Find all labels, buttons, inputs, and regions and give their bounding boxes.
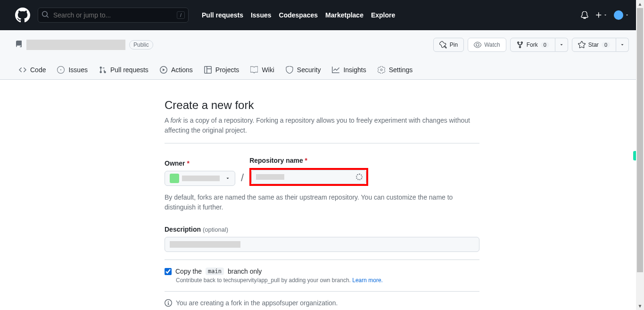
star-label: Star	[588, 42, 599, 48]
tab-projects[interactable]: Projects	[200, 61, 243, 79]
divider	[165, 291, 479, 292]
star-count: 0	[602, 42, 610, 48]
chevron-down-icon	[620, 42, 625, 47]
copy-helper: Contribute back to techsupervity/app_pul…	[176, 277, 479, 284]
search-input[interactable]	[38, 8, 189, 23]
scrollbar-thumb[interactable]	[637, 8, 643, 272]
tab-security[interactable]: Security	[282, 61, 325, 79]
nav-codespaces[interactable]: Codespaces	[279, 11, 318, 19]
eye-icon	[474, 41, 481, 49]
scrollbar-up-button[interactable]: ▲	[636, 0, 644, 8]
public-badge: Public	[129, 40, 153, 50]
nav-issues[interactable]: Issues	[251, 11, 272, 19]
projects-icon	[204, 66, 212, 74]
tab-insights-label: Insights	[343, 66, 366, 74]
owner-select[interactable]	[165, 171, 235, 186]
slash-hint-icon: /	[177, 11, 185, 19]
chevron-down-icon	[559, 42, 564, 47]
scrollbar-down-button[interactable]: ▼	[636, 302, 644, 310]
fork-label: Fork	[527, 42, 538, 48]
repo-name-input-wrap	[251, 170, 366, 184]
nav-marketplace[interactable]: Marketplace	[325, 11, 363, 19]
desc-suffix: is a copy of a repository. Forking a rep…	[165, 117, 470, 134]
required-asterisk: *	[305, 157, 307, 164]
create-new-button[interactable]	[595, 11, 607, 19]
tab-settings-label: Settings	[389, 66, 413, 74]
owner-avatar	[170, 174, 179, 183]
scrollbar-track[interactable]: ▲ ▼	[636, 0, 644, 310]
pin-icon	[439, 41, 447, 49]
pin-label: Pin	[450, 42, 458, 48]
copy-suffix: branch only	[228, 268, 262, 275]
nav-pull-requests[interactable]: Pull requests	[202, 11, 243, 19]
desc-prefix: A	[165, 117, 170, 124]
copy-helper-text: Contribute back to techsupervity/app_pul…	[176, 277, 352, 284]
description-input[interactable]	[165, 237, 479, 252]
reponame-label: Repository name *	[249, 157, 368, 164]
copy-branch-checkbox[interactable]	[165, 268, 172, 275]
notifications-icon[interactable]	[581, 11, 588, 19]
tab-pull-requests[interactable]: Pull requests	[95, 61, 152, 79]
tab-pr-label: Pull requests	[110, 66, 149, 74]
code-icon	[19, 66, 26, 74]
repo-tabs: Code Issues Pull requests Actions Projec…	[15, 61, 629, 79]
tab-wiki-label: Wiki	[262, 66, 274, 74]
info-icon	[165, 299, 172, 307]
slash-separator: /	[239, 172, 246, 186]
pin-button[interactable]: Pin	[433, 38, 464, 52]
tab-settings[interactable]: Settings	[374, 61, 417, 79]
search-icon	[41, 11, 49, 20]
reponame-field-group: Repository name *	[249, 157, 368, 186]
header-right	[581, 10, 629, 20]
watch-button[interactable]: Watch	[468, 38, 506, 52]
required-asterisk: *	[187, 159, 189, 167]
star-button[interactable]: Star 0	[572, 38, 616, 52]
fork-count: 0	[541, 42, 549, 48]
tab-wiki[interactable]: Wiki	[247, 61, 278, 79]
graph-icon	[332, 66, 339, 74]
tab-issues[interactable]: Issues	[53, 61, 91, 79]
learn-more-link[interactable]: Learn more.	[352, 277, 383, 284]
owner-repo-row: Owner * / Repository name *	[165, 157, 479, 186]
loading-spinner-icon	[356, 174, 363, 180]
tab-actions[interactable]: Actions	[156, 61, 197, 79]
search-box: /	[38, 8, 189, 23]
tab-code[interactable]: Code	[15, 61, 50, 79]
repo-title-row: Public Pin Watch Fork 0	[15, 38, 629, 52]
user-avatar-menu[interactable]	[614, 10, 629, 20]
tab-projects-label: Projects	[215, 66, 239, 74]
repo-actions: Pin Watch Fork 0 Star 0	[433, 38, 629, 52]
info-row: You are creating a fork in the appsofsup…	[165, 299, 479, 307]
play-icon	[160, 66, 167, 74]
main-content: Create a new fork A fork is a copy of a …	[157, 99, 487, 310]
copy-prefix: Copy the	[175, 268, 202, 275]
copy-branch-row: Copy the main branch only	[165, 268, 479, 275]
wiki-icon	[250, 66, 258, 74]
fork-caret-button[interactable]	[555, 38, 568, 52]
owner-name-placeholder	[182, 176, 220, 181]
nav-explore[interactable]: Explore	[371, 11, 395, 19]
divider	[165, 143, 479, 143]
tab-issues-label: Issues	[68, 66, 87, 74]
side-indicator	[633, 151, 636, 160]
owner-label-text: Owner	[165, 159, 185, 167]
star-caret-button[interactable]	[616, 38, 629, 52]
star-icon	[578, 41, 586, 49]
watch-label: Watch	[484, 42, 500, 48]
divider	[165, 260, 479, 260]
fork-button-group: Fork 0	[510, 38, 568, 52]
description-label-text: Description	[165, 226, 201, 233]
pr-icon	[99, 66, 107, 74]
avatar	[614, 10, 623, 20]
info-text: You are creating a fork in the appsofsup…	[176, 299, 338, 307]
fork-icon	[516, 41, 524, 49]
star-button-group: Star 0	[572, 38, 629, 52]
github-logo[interactable]	[15, 8, 30, 23]
issues-icon	[57, 66, 65, 74]
description-value-placeholder	[170, 241, 240, 248]
optional-text: (optional)	[203, 226, 228, 233]
fork-button[interactable]: Fork 0	[510, 38, 555, 52]
tab-insights[interactable]: Insights	[328, 61, 370, 79]
repo-name-highlight-box	[249, 168, 368, 186]
owner-label: Owner *	[165, 159, 235, 167]
